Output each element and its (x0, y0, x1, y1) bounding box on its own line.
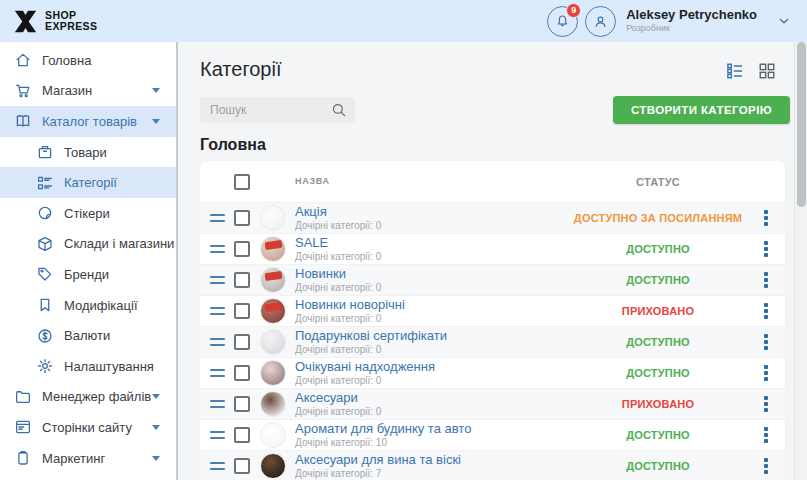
category-name-link[interactable]: Новинки новорічні (295, 298, 563, 313)
status-label: ДОСТУПНО (563, 274, 753, 286)
row-menu-button[interactable] (753, 272, 779, 288)
table-row: НовинкиДочірні категорії: 0ДОСТУПНО (200, 264, 785, 295)
scrollbar-thumb[interactable] (797, 42, 806, 207)
row-menu-button[interactable] (753, 458, 779, 474)
person-icon (592, 13, 609, 30)
user-avatar[interactable] (585, 6, 616, 37)
row-checkbox[interactable] (234, 241, 250, 257)
drag-handle[interactable] (210, 276, 226, 284)
row-checkbox[interactable] (234, 210, 250, 226)
category-name-link[interactable]: Аромати для будинку та авто (295, 422, 563, 437)
sidebar-item-home[interactable]: Головна (0, 45, 176, 76)
toolbar: СТВОРИТИ КАТЕГОРІЮ (200, 96, 790, 124)
status-label: ДОСТУПНО (563, 336, 753, 348)
category-name-link[interactable]: Аксесуари (295, 391, 563, 406)
stickers-icon (36, 204, 54, 222)
row-menu-button[interactable] (753, 303, 779, 319)
category-name-link[interactable]: SALE (295, 236, 563, 251)
drag-handle[interactable] (210, 431, 226, 439)
category-name-link[interactable]: Очікувані надходження (295, 360, 563, 375)
child-categories-count: Дочірні категорії: 10 (295, 437, 563, 449)
logo: SHOP EXPRESS (12, 8, 97, 35)
sidebar-item-pages[interactable]: Сторінки сайту (0, 412, 176, 443)
sidebar-item-files[interactable]: Менеджер файлів (0, 382, 176, 413)
row-checkbox[interactable] (234, 272, 250, 288)
child-categories-count: Дочірні категорії: 0 (295, 220, 563, 232)
row-checkbox[interactable] (234, 458, 250, 474)
status-label: ДОСТУПНО (563, 243, 753, 255)
child-categories-count: Дочірні категорії: 0 (295, 313, 563, 325)
drag-handle[interactable] (210, 369, 226, 377)
drag-handle[interactable] (210, 400, 226, 408)
category-name-link[interactable]: Аксесуари для вина та віскі (295, 453, 563, 468)
pages-icon (14, 418, 32, 436)
category-name-link[interactable]: Новинки (295, 267, 563, 282)
brands-icon (36, 265, 54, 283)
status-label: ДОСТУПНО (563, 460, 753, 472)
row-menu-button[interactable] (753, 334, 779, 350)
sidebar-item-settings[interactable]: Налаштування (0, 351, 176, 382)
search-box (200, 97, 355, 123)
sidebar-item-cart[interactable]: Магазин (0, 76, 176, 107)
category-name-link[interactable]: Подарункові сертифікати (295, 329, 563, 344)
table-row: АксесуариДочірні категорії: 0ПРИХОВАНО (200, 388, 785, 419)
row-checkbox[interactable] (234, 334, 250, 350)
drag-handle[interactable] (210, 462, 226, 470)
category-thumbnail (260, 298, 286, 324)
row-menu-button[interactable] (753, 365, 779, 381)
row-checkbox[interactable] (234, 396, 250, 412)
row-checkbox[interactable] (234, 303, 250, 319)
chevron-down-icon (152, 88, 160, 93)
sidebar-item-modifications[interactable]: Модифікації (0, 290, 176, 321)
category-thumbnail (260, 453, 286, 479)
status-label: ДОСТУПНО (563, 367, 753, 379)
column-header-status: СТАТУС (563, 176, 753, 188)
row-menu-button[interactable] (753, 210, 779, 226)
sidebar-item-currency[interactable]: Валюти (0, 320, 176, 351)
page-scrollbar[interactable] (794, 42, 807, 480)
sidebar-item-marketing[interactable]: Маркетинг (0, 443, 176, 474)
settings-icon (36, 357, 54, 375)
sidebar-item-categories[interactable]: Категорії (0, 167, 176, 198)
row-menu-button[interactable] (753, 427, 779, 443)
child-categories-count: Дочірні категорії: 0 (295, 375, 563, 387)
sidebar-item-catalog[interactable]: Каталог товарів (0, 106, 176, 137)
sidebar-item-warehouse[interactable]: Склади і магазини (0, 229, 176, 260)
sidebar-item-label: Модифікації (64, 298, 176, 313)
drag-handle[interactable] (210, 307, 226, 315)
sidebar-item-stickers[interactable]: Стікери (0, 198, 176, 229)
row-menu-button[interactable] (753, 241, 779, 257)
notifications-button[interactable]: 9 (547, 6, 578, 37)
grid-view-icon[interactable] (758, 62, 776, 80)
table-row: Новинки новорічніДочірні категорії: 0ПРИ… (200, 295, 785, 326)
row-checkbox[interactable] (234, 365, 250, 381)
category-name-link[interactable]: Акція (295, 205, 563, 220)
category-thumbnail (260, 360, 286, 386)
chevron-down-icon (152, 456, 160, 461)
row-checkbox[interactable] (234, 427, 250, 443)
sidebar-item-label: Каталог товарів (42, 114, 152, 129)
select-all-checkbox[interactable] (234, 174, 250, 190)
thumbnail-label-badge (265, 271, 283, 281)
modifications-icon (36, 296, 54, 314)
create-category-button[interactable]: СТВОРИТИ КАТЕГОРІЮ (613, 96, 790, 124)
child-categories-count: Дочірні категорії: 7 (295, 468, 563, 480)
user-menu-chevron-icon[interactable] (777, 14, 791, 28)
status-label: ДОСТУПНО (563, 429, 753, 441)
chevron-down-icon (152, 119, 160, 124)
sidebar-item-label: Категорії (64, 175, 176, 190)
sidebar-item-label: Маркетинг (42, 451, 152, 466)
drag-handle[interactable] (210, 214, 226, 222)
drag-handle[interactable] (210, 245, 226, 253)
child-categories-count: Дочірні категорії: 0 (295, 282, 563, 294)
sidebar-item-products[interactable]: Товари (0, 137, 176, 168)
row-menu-button[interactable] (753, 396, 779, 412)
drag-handle[interactable] (210, 338, 226, 346)
list-view-icon[interactable] (726, 62, 744, 80)
sidebar-item-label: Магазин (42, 83, 152, 98)
table-row: АкціяДочірні категорії: 0ДОСТУПНО ЗА ПОС… (200, 202, 785, 233)
sidebar-item-brands[interactable]: Бренди (0, 259, 176, 290)
sidebar-item-label: Товари (64, 145, 176, 160)
table-row: Подарункові сертифікатиДочірні категорії… (200, 326, 785, 357)
logo-text: SHOP EXPRESS (45, 10, 97, 33)
